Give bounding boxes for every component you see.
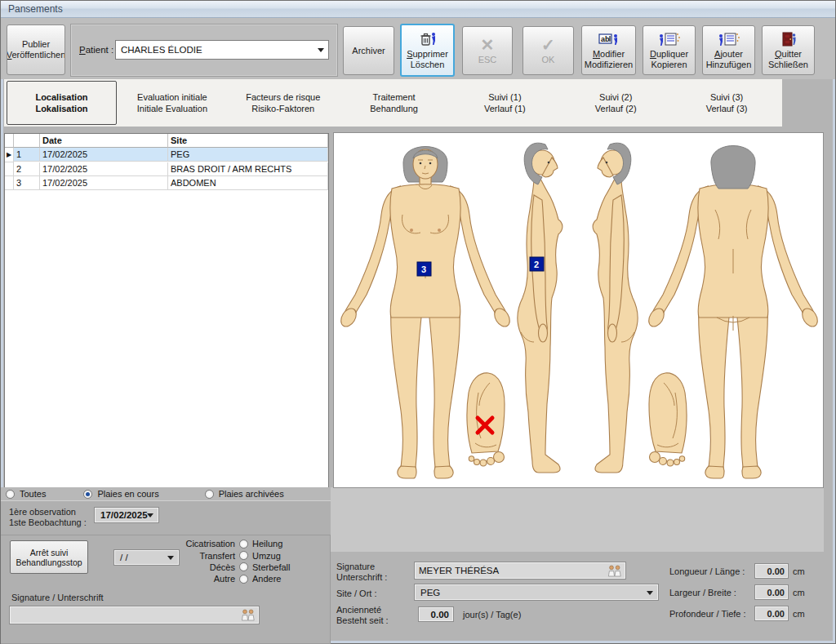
tab-traitement[interactable]: TraitementBehandlung [339, 79, 450, 127]
modify-label-fr: Modifier [593, 49, 625, 60]
width-input[interactable]: 0.00 [755, 585, 788, 599]
duplicate-label-de: Kopieren [651, 60, 687, 70]
radio-toutes-label: Toutes [20, 489, 46, 499]
signature-label-fr: Signature [336, 562, 387, 572]
radio-plaies-en-cours-label: Plaies en cours [97, 489, 158, 499]
depth-unit: cm [793, 609, 805, 619]
people-icon[interactable] [607, 565, 623, 579]
figure-side-left[interactable] [593, 143, 638, 473]
length-label: Longueur / Länge : [669, 566, 755, 576]
stop-date-select[interactable]: / / [114, 550, 179, 565]
add-label-fr: Ajouter [714, 49, 743, 60]
publish-label-fr: Publier [22, 39, 50, 50]
modify-button[interactable]: ab Modifier Modifizieren [581, 25, 636, 75]
publish-label-de: Veröffentlichen [7, 50, 65, 60]
pansements-window: Pansements Publier Veröffentlichen Patie… [0, 0, 836, 644]
reason-de: Sterbefall [252, 562, 290, 572]
radio-cicatrisation[interactable] [239, 540, 248, 549]
tab-suivi-3[interactable]: Suivi (3)Verlauf (3) [671, 79, 782, 127]
svg-text:3: 3 [421, 264, 426, 274]
site-label: Site / Ort : [336, 588, 377, 599]
tab-localisation[interactable]: Localisation Lokalisation [7, 81, 117, 125]
reason-de: Heilung [252, 539, 282, 549]
wound-marker-2[interactable]: 2 [530, 257, 544, 271]
patient-label: Patient : [79, 45, 113, 55]
table-row[interactable]: 2 17/02/2025 BRAS DROIT / ARM RECHTS [5, 162, 328, 176]
table-row[interactable]: ▶ 1 17/02/2025 PEG [5, 148, 328, 162]
edit-ab-icon: ab [598, 30, 620, 48]
stop-signature-input[interactable] [10, 606, 259, 624]
width-unit: cm [793, 588, 805, 597]
signature-input[interactable]: MEYER THÉRÉSA [415, 562, 625, 579]
reason-fr: Transfert [180, 551, 235, 561]
length-unit: cm [793, 566, 805, 576]
site-select[interactable]: PEG [415, 584, 658, 600]
tab-label-de: Lokalisation [35, 103, 87, 114]
tab-label-fr: Localisation [35, 91, 87, 103]
width-label: Largeur / Breite : [669, 588, 755, 597]
esc-label: ESC [478, 55, 497, 65]
window-title: Pansements [8, 3, 63, 15]
quit-label-fr: Quitter [775, 49, 802, 60]
esc-button: ✕ ESC [462, 26, 513, 75]
quit-button[interactable]: Quitter Schließen [762, 25, 815, 75]
duplicate-button[interactable]: Dupliquer Kopieren [643, 25, 696, 75]
publish-button[interactable]: Publier Veröffentlichen [7, 24, 65, 75]
reason-de: Umzug [252, 551, 281, 561]
people-icon[interactable] [240, 609, 256, 623]
depth-label: Profondeur / Tiefe : [669, 609, 755, 619]
radio-transfert[interactable] [239, 551, 248, 560]
wounds-table: Date Site ▶ 1 17/02/2025 PEG 2 17/02/202… [4, 133, 329, 490]
figure-side-right[interactable] [518, 143, 563, 473]
first-observation-label-de: 1ste Beobachtung : [9, 517, 87, 528]
depth-input[interactable]: 0.00 [755, 606, 788, 620]
tab-suivi-1[interactable]: Suivi (1)Verlauf (1) [449, 79, 560, 127]
body-map-panel[interactable]: 3 2 [333, 132, 824, 488]
archive-label: Archiver [352, 46, 385, 56]
radio-autre[interactable] [239, 575, 248, 584]
chevron-down-icon [147, 513, 153, 517]
check-icon: ✓ [541, 36, 555, 54]
first-observation-group: 1ère observation 1ste Beobachtung : 17/0… [1, 500, 331, 535]
radio-plaies-en-cours[interactable] [83, 490, 92, 499]
tab-suivi-2[interactable]: Suivi (2)Verlauf (2) [560, 79, 671, 127]
table-row[interactable]: 3 17/02/2025 ABDOMEN [5, 176, 328, 190]
add-label-de: Hinzufügen [706, 60, 752, 70]
patient-select[interactable]: CHARLES ÉLODIE [115, 40, 329, 60]
radio-deces[interactable] [239, 562, 248, 571]
first-observation-date-select[interactable]: 17/02/2025 [95, 508, 158, 522]
tab-evaluation-initiale[interactable]: Evaluation initialeInitiale Evaluation [117, 79, 228, 127]
reason-de: Andere [252, 574, 281, 584]
table-header-row: Date Site [5, 134, 328, 148]
age-unit-label: jour(s) / Tag(e) [463, 610, 521, 620]
foot-sole-left[interactable] [467, 373, 505, 466]
col-header-date: Date [40, 134, 168, 148]
stop-followup-group: Arrêt suivi Behandlungsstop / / Cicatris… [1, 535, 331, 644]
length-input[interactable]: 0.00 [755, 564, 788, 578]
modify-label-de: Modifizieren [585, 60, 633, 70]
body-map-svg[interactable]: 3 2 [334, 133, 823, 487]
stop-signature-label: Signature / Unterschrift [11, 593, 104, 603]
tab-facteurs-risque[interactable]: Facteurs de risqueRisiko-Faktoren [228, 79, 339, 127]
filter-bar: Toutes Plaies en cours Plaies archivées [1, 487, 331, 500]
radio-plaies-archivees[interactable] [205, 490, 214, 499]
stop-followup-button[interactable]: Arrêt suivi Behandlungsstop [10, 540, 88, 574]
svg-text:ab: ab [601, 35, 610, 43]
age-label-fr: Ancienneté [336, 605, 389, 615]
tab-row: Evaluation initialeInitiale Evaluation F… [117, 79, 782, 127]
age-label-de: Besteht seit : [336, 615, 389, 626]
tab-page-band [331, 487, 824, 552]
add-button[interactable]: Ajouter Hinzufügen [702, 25, 755, 75]
delete-button[interactable]: Supprimer Löschen [400, 24, 455, 77]
foot-sole-right[interactable] [649, 373, 687, 466]
archive-button[interactable]: Archiver [343, 26, 394, 75]
copy-doc-icon [657, 30, 682, 48]
age-input[interactable]: 0.00 [419, 607, 453, 621]
first-observation-label-fr: 1ère observation [9, 507, 87, 517]
svg-text:2: 2 [534, 260, 539, 269]
col-header-site: Site [168, 134, 328, 148]
radio-toutes[interactable] [6, 490, 15, 499]
chevron-down-icon [318, 48, 324, 52]
wound-marker-3[interactable]: 3 [417, 262, 431, 276]
reason-fr: Autre [180, 574, 235, 584]
